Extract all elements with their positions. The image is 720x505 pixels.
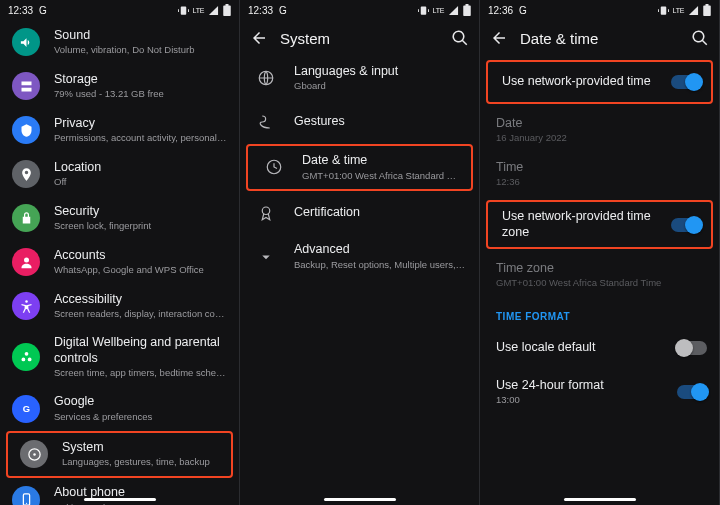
signal-icon: [688, 5, 699, 16]
vibrate-icon: [658, 5, 669, 16]
search-button[interactable]: [691, 29, 709, 47]
battery-icon: [703, 4, 711, 16]
row-label: Security: [54, 204, 227, 220]
google-indicator: G: [279, 5, 287, 16]
settings-row-sound[interactable]: SoundVolume, vibration, Do Not Disturb: [0, 20, 239, 64]
certification-icon: [252, 199, 280, 227]
switch-24h[interactable]: [677, 385, 707, 399]
row-label: Sound: [54, 28, 227, 44]
toggle-use-network-zone[interactable]: Use network-provided time zone: [486, 200, 713, 249]
network-type: LTE: [673, 7, 684, 14]
settings-row-privacy[interactable]: PrivacyPermissions, account activity, pe…: [0, 108, 239, 152]
google-indicator: G: [519, 5, 527, 16]
toggle-use-locale-default[interactable]: Use locale default: [480, 326, 719, 370]
row-label: Advanced: [294, 242, 467, 258]
row-label: Google: [54, 394, 227, 410]
date-time-pane: 12:36 G LTE Date & time Use network-prov…: [480, 0, 720, 505]
settings-row-accounts[interactable]: AccountsWhatsApp, Google and WPS Office: [0, 240, 239, 284]
row-sub: Permissions, account activity, personal …: [54, 132, 227, 144]
row-sub: Screen time, app timers, bedtime schedul…: [54, 367, 227, 379]
row-sub: Screen readers, display, interaction con…: [54, 308, 227, 320]
row-label: Certification: [294, 205, 467, 221]
row-label: Privacy: [54, 116, 227, 132]
row-sub: 12:36: [496, 176, 707, 188]
settings-row-digital-wellbeing[interactable]: Digital Wellbeing and parental controlsS…: [0, 328, 239, 387]
row-label: Digital Wellbeing and parental controls: [54, 335, 227, 366]
row-label: Accessibility: [54, 292, 227, 308]
app-bar: System: [240, 20, 479, 56]
settings-row-storage[interactable]: Storage79% used - 13.21 GB free: [0, 64, 239, 108]
system-row-languages[interactable]: Languages & inputGboard: [240, 56, 479, 100]
row-sub: GMT+01:00 West Africa Standard Time: [496, 277, 707, 289]
search-button[interactable]: [451, 29, 469, 47]
section-time-format: TIME FORMAT: [480, 297, 719, 326]
location-icon: [12, 160, 40, 188]
status-bar: 12:36 G LTE: [480, 0, 719, 20]
row-label: Use 24-hour format: [496, 378, 669, 394]
clock-icon: [260, 153, 288, 181]
row-sub: 16 January 2022: [496, 132, 707, 144]
row-date: Date16 January 2022: [480, 108, 719, 152]
vibrate-icon: [178, 5, 189, 16]
back-button[interactable]: [490, 29, 508, 47]
settings-row-security[interactable]: SecurityScreen lock, fingerprint: [0, 196, 239, 240]
settings-row-system[interactable]: SystemLanguages, gestures, time, backup: [6, 431, 233, 478]
switch-network-zone[interactable]: [671, 218, 701, 232]
toggle-use-24h[interactable]: Use 24-hour format13:00: [480, 370, 719, 414]
chevron-down-icon: [252, 243, 280, 271]
sound-icon: [12, 28, 40, 56]
row-label: Use network-provided time: [502, 74, 663, 90]
row-label: Use locale default: [496, 340, 669, 356]
row-label: Use network-provided time zone: [502, 209, 663, 240]
system-row-advanced[interactable]: AdvancedBackup, Reset options, Multiple …: [240, 235, 479, 279]
page-title: Date & time: [520, 30, 691, 47]
row-sub: Volume, vibration, Do Not Disturb: [54, 44, 227, 56]
google-icon: G: [12, 395, 40, 423]
accounts-icon: [12, 248, 40, 276]
system-row-gestures[interactable]: Gestures: [240, 100, 479, 144]
svg-point-7: [33, 453, 36, 456]
gestures-icon: [252, 108, 280, 136]
svg-point-3: [21, 357, 25, 361]
row-time-zone: Time zoneGMT+01:00 West Africa Standard …: [480, 253, 719, 297]
wellbeing-icon: [12, 343, 40, 371]
row-label: Time zone: [496, 261, 707, 277]
signal-icon: [448, 5, 459, 16]
status-icons: LTE: [418, 4, 471, 16]
battery-icon: [223, 4, 231, 16]
about-phone-icon: [12, 486, 40, 505]
row-sub: GMT+01:00 West Africa Standard Time: [302, 170, 459, 182]
privacy-icon: [12, 116, 40, 144]
svg-point-2: [24, 352, 28, 356]
row-sub: Off: [54, 176, 227, 188]
switch-locale-default[interactable]: [677, 341, 707, 355]
gesture-nav-handle[interactable]: [564, 498, 636, 502]
row-sub: 79% used - 13.21 GB free: [54, 88, 227, 100]
google-indicator: G: [39, 5, 47, 16]
svg-point-12: [262, 207, 270, 215]
page-title: System: [280, 30, 451, 47]
row-label: System: [62, 440, 219, 456]
status-clock: 12:33: [8, 5, 33, 16]
settings-row-accessibility[interactable]: AccessibilityScreen readers, display, in…: [0, 284, 239, 328]
battery-icon: [463, 4, 471, 16]
row-label: Languages & input: [294, 64, 467, 80]
system-pane: 12:33 G LTE System Languages & inputGboa…: [240, 0, 480, 505]
settings-row-google[interactable]: G GoogleServices & preferences: [0, 387, 239, 431]
row-label: Storage: [54, 72, 227, 88]
toggle-use-network-time[interactable]: Use network-provided time: [486, 60, 713, 104]
settings-row-location[interactable]: LocationOff: [0, 152, 239, 196]
system-row-certification[interactable]: Certification: [240, 191, 479, 235]
back-button[interactable]: [250, 29, 268, 47]
gesture-nav-handle[interactable]: [84, 498, 156, 502]
gesture-nav-handle[interactable]: [324, 498, 396, 502]
status-clock: 12:33: [248, 5, 273, 16]
status-icons: LTE: [178, 4, 231, 16]
system-icon: [20, 440, 48, 468]
settings-list: SoundVolume, vibration, Do Not Disturb S…: [0, 20, 239, 505]
system-row-date-time[interactable]: Date & timeGMT+01:00 West Africa Standar…: [246, 144, 473, 191]
row-sub: WhatsApp, Google and WPS Office: [54, 264, 227, 276]
switch-network-time[interactable]: [671, 75, 701, 89]
status-bar: 12:33 G LTE: [0, 0, 239, 20]
globe-icon: [252, 64, 280, 92]
